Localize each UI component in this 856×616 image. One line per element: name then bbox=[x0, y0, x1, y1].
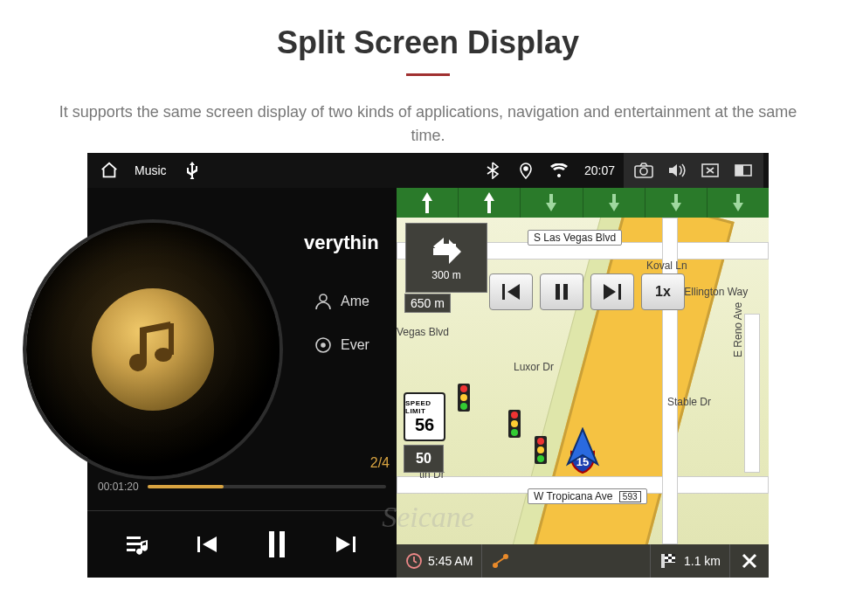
home-icon[interactable] bbox=[98, 159, 121, 182]
route-options-cell[interactable] bbox=[481, 544, 519, 578]
music-pane: verythin Ame Ever 2/4 00:01:20 bbox=[87, 188, 397, 578]
turn-left-icon bbox=[430, 234, 463, 267]
road-reno bbox=[744, 314, 760, 473]
title-underline bbox=[406, 73, 450, 76]
speed-limit-sign: SPEED LIMIT 56 bbox=[404, 392, 445, 441]
playlist-button[interactable] bbox=[119, 525, 157, 564]
artist-row: Ame bbox=[314, 293, 397, 310]
volume-icon[interactable] bbox=[666, 159, 688, 182]
disc-icon bbox=[314, 336, 332, 354]
usb-icon bbox=[181, 159, 204, 182]
camera-icon[interactable] bbox=[632, 159, 655, 182]
route-options-icon bbox=[491, 552, 510, 570]
sim-pause-button[interactable] bbox=[540, 273, 583, 310]
street-label-tropicana: W Tropicana Ave 593 bbox=[528, 488, 647, 504]
split-screen-icon[interactable] bbox=[732, 159, 755, 182]
progress-bar[interactable] bbox=[148, 485, 386, 488]
svg-point-2 bbox=[640, 168, 647, 175]
sim-next-button[interactable] bbox=[590, 273, 634, 310]
artist-name: Ame bbox=[341, 294, 369, 309]
svg-rect-28 bbox=[665, 554, 668, 557]
svg-rect-22 bbox=[618, 284, 621, 300]
album-name: Ever bbox=[341, 337, 369, 353]
svg-point-8 bbox=[320, 294, 327, 301]
destination-flag-icon bbox=[659, 552, 679, 570]
track-index: 2/4 bbox=[370, 455, 390, 471]
page-subtitle: It supports the same screen display of t… bbox=[52, 100, 804, 148]
traffic-light-icon bbox=[535, 436, 547, 464]
album-art bbox=[92, 288, 214, 411]
sim-prev-button[interactable] bbox=[489, 273, 533, 310]
svg-rect-13 bbox=[127, 549, 135, 551]
current-speed: 50 bbox=[404, 445, 444, 473]
nav-close-button[interactable] bbox=[729, 544, 769, 578]
eta-value: 5:45 AM bbox=[428, 554, 473, 568]
svg-rect-21 bbox=[563, 284, 568, 300]
svg-rect-26 bbox=[661, 554, 665, 568]
bluetooth-icon bbox=[481, 159, 504, 182]
route-ref: 593 bbox=[619, 491, 641, 502]
svg-rect-19 bbox=[502, 284, 505, 300]
street-reno: E Reno Ave bbox=[732, 302, 744, 357]
lane-arrow-down bbox=[707, 188, 769, 218]
progress-fill bbox=[148, 485, 224, 488]
track-title: verythin bbox=[304, 232, 397, 254]
lane-arrow-down bbox=[645, 188, 707, 218]
turn-instruction: 300 m 650 m bbox=[405, 223, 487, 293]
progress-row: 00:01:20 bbox=[98, 481, 386, 493]
svg-point-0 bbox=[524, 167, 528, 170]
lane-guidance-bar bbox=[397, 188, 769, 218]
person-icon bbox=[314, 293, 332, 310]
svg-rect-29 bbox=[672, 554, 675, 557]
lane-straight bbox=[458, 188, 520, 218]
wifi-icon bbox=[548, 159, 570, 182]
street-luxor: Luxor Dr bbox=[514, 361, 554, 373]
location-icon bbox=[514, 159, 537, 182]
street-vegas: Vegas Blvd bbox=[397, 326, 449, 338]
navigation-pane: S Las Vegas Blvd Koval Ln Duke Ellington… bbox=[397, 188, 769, 578]
next-button[interactable] bbox=[327, 525, 365, 564]
svg-rect-11 bbox=[127, 536, 141, 539]
svg-rect-12 bbox=[127, 543, 141, 545]
lane-straight bbox=[397, 188, 458, 218]
simulation-controls: 1x bbox=[489, 273, 685, 310]
speed-limit-label: SPEED LIMIT bbox=[405, 399, 444, 415]
street-koval: Koval Ln bbox=[646, 260, 687, 272]
svg-rect-16 bbox=[280, 531, 285, 557]
vehicle-position-icon bbox=[563, 427, 603, 467]
statusbar-time: 20:07 bbox=[584, 163, 615, 177]
elapsed-time: 00:01:20 bbox=[98, 481, 139, 493]
traffic-light-icon bbox=[458, 384, 470, 412]
street-stable: Stable Dr bbox=[667, 396, 711, 408]
sim-speed-button[interactable]: 1x bbox=[641, 273, 685, 310]
music-notes-icon bbox=[118, 315, 188, 384]
music-controls bbox=[87, 510, 397, 578]
close-app-icon[interactable] bbox=[699, 159, 721, 182]
previous-button[interactable] bbox=[188, 525, 226, 564]
svg-rect-30 bbox=[668, 557, 672, 559]
svg-rect-15 bbox=[269, 531, 274, 557]
page-title: Split Screen Display bbox=[0, 24, 856, 61]
pause-button[interactable] bbox=[258, 525, 296, 564]
statusbar-app-label: Music bbox=[135, 163, 167, 177]
status-bar: Music 20:07 bbox=[87, 153, 769, 188]
eta-cell[interactable]: 5:45 AM bbox=[397, 544, 481, 578]
map-canvas[interactable]: S Las Vegas Blvd Koval Ln Duke Ellington… bbox=[397, 218, 769, 544]
svg-point-10 bbox=[321, 343, 325, 347]
turn-distance-next: 300 m bbox=[431, 269, 460, 281]
nav-bottom-bar: 5:45 AM 1.1 km bbox=[397, 544, 769, 578]
speed-limit-value: 56 bbox=[415, 415, 434, 435]
traffic-light-icon bbox=[508, 410, 521, 438]
album-row: Ever bbox=[314, 336, 397, 354]
tropicana-text: W Tropicana Ave bbox=[534, 490, 613, 502]
svg-rect-7 bbox=[169, 323, 174, 355]
clock-icon bbox=[405, 552, 423, 570]
remaining-distance-cell[interactable]: 1.1 km bbox=[650, 544, 729, 578]
street-label-lasvegas: S Las Vegas Blvd bbox=[528, 230, 622, 246]
remaining-distance: 1.1 km bbox=[684, 554, 721, 568]
close-icon bbox=[741, 552, 758, 570]
lane-arrow-down bbox=[583, 188, 645, 218]
svg-rect-5 bbox=[735, 165, 743, 176]
turn-distance-total: 650 m bbox=[404, 294, 451, 313]
svg-rect-20 bbox=[556, 284, 560, 300]
